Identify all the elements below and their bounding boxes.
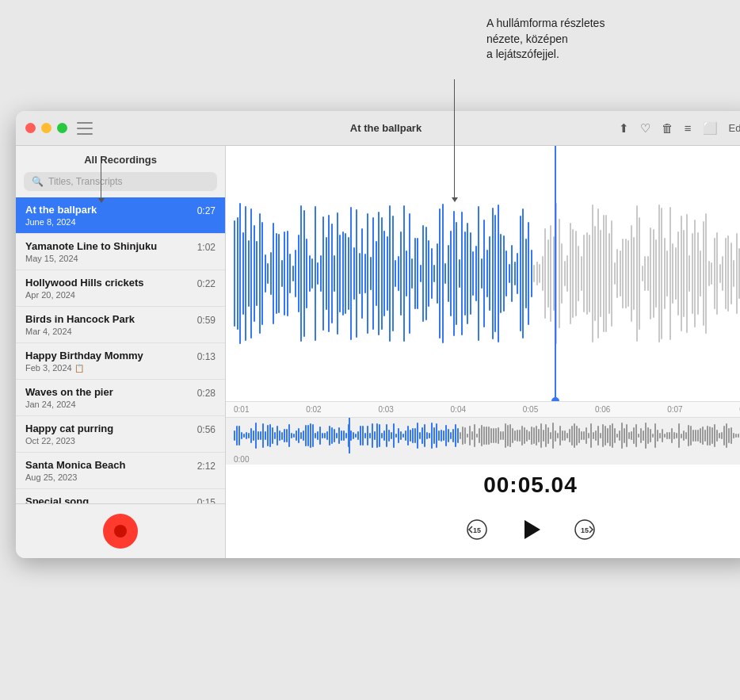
waveform-bar	[284, 231, 285, 316]
waveform-bar	[442, 204, 444, 344]
overview-bar	[267, 425, 269, 447]
svg-text:15: 15	[472, 526, 480, 534]
overview-bar	[291, 433, 292, 438]
waveform-bar	[498, 205, 499, 342]
record-button[interactable]	[103, 514, 138, 549]
overview-bar	[241, 432, 242, 439]
overview-bar	[714, 424, 715, 448]
overview-bar	[260, 431, 261, 439]
waveform-bar	[525, 239, 527, 308]
overview-bar	[635, 424, 637, 447]
overview-bar	[709, 427, 711, 446]
waveform-bar	[389, 205, 391, 342]
waveform-bar	[278, 234, 280, 313]
search-bar[interactable]: 🔍 Titles, Transcripts	[24, 172, 217, 191]
overview-bar	[493, 428, 494, 443]
heart-icon[interactable]: ♡	[640, 121, 650, 136]
close-button[interactable]	[25, 123, 36, 133]
overview-bar	[531, 427, 532, 445]
recording-item[interactable]: At the ballparkJune 8, 20240:27	[16, 197, 225, 234]
overview-bar	[452, 429, 454, 442]
overview-bar	[236, 426, 238, 446]
overview-bar	[628, 432, 630, 438]
edit-button[interactable]: Edit	[729, 122, 740, 134]
recording-title: Birds in Hancock Park	[25, 313, 135, 325]
recording-item[interactable]: Special songAug 25, 2023 📋0:15	[16, 489, 225, 503]
overview-bar	[595, 430, 597, 441]
title-bar: At the ballpark ⬆ ♡ 🗑 ≡ ⬜ Edit	[16, 111, 740, 146]
recording-item[interactable]: Birds in Hancock ParkMar 4, 20240:59	[16, 307, 225, 343]
overview-bar	[647, 427, 649, 444]
share-icon[interactable]: ⬆	[619, 121, 629, 136]
waveform-bar	[431, 248, 433, 299]
waveform-bar	[494, 215, 496, 333]
overview-bar	[400, 431, 402, 440]
waveform-bar	[633, 237, 635, 310]
recording-title: Waves on the pier	[25, 386, 113, 398]
overview-bar	[277, 426, 278, 445]
overview-bar	[445, 425, 447, 446]
waveform-bar	[254, 225, 255, 321]
waveform-bar	[661, 208, 662, 340]
waveform-bar	[437, 243, 438, 303]
waveform-detail[interactable]	[226, 146, 740, 401]
waveform-bar	[420, 265, 421, 283]
overview-bar	[716, 430, 718, 442]
time-mark: 0:01	[234, 405, 249, 414]
overview-bar	[602, 424, 604, 448]
minimize-button[interactable]	[41, 123, 51, 133]
waveform-bar	[600, 230, 601, 317]
recording-duration: 0:27	[197, 205, 216, 216]
settings-icon[interactable]: ≡	[685, 121, 692, 135]
skip-forward-button[interactable]: 15	[570, 515, 599, 544]
waveform-bar	[414, 238, 416, 308]
annotation-top-right: A hullámforma részletes nézete, középen …	[486, 16, 708, 63]
recording-item[interactable]: Happy cat purringOct 22, 20230:56	[16, 416, 225, 453]
recording-title: Special song	[25, 495, 90, 503]
overview-bar	[669, 432, 670, 439]
trash-icon[interactable]: 🗑	[662, 121, 673, 135]
waveform-bar	[547, 239, 549, 307]
overview-bar	[426, 432, 428, 439]
overview-bar	[676, 433, 677, 439]
overview-bar	[645, 423, 647, 449]
overview-bar	[255, 423, 257, 448]
waveform-bar	[586, 232, 588, 314]
recording-duration: 0:13	[197, 351, 216, 362]
skip-back-button[interactable]: 15	[463, 515, 491, 544]
waveform-bar	[339, 235, 341, 312]
recording-item[interactable]: Santa Monica BeachAug 25, 20232:12	[16, 453, 225, 489]
overview-bar	[286, 429, 288, 442]
recording-item[interactable]: Happy Birthday MommyFeb 3, 2024 📋0:13	[16, 343, 225, 380]
overview-bar	[526, 430, 528, 441]
overview-bar	[498, 427, 499, 445]
overview-bar	[381, 433, 383, 438]
recording-item[interactable]: Yamanote Line to ShinjukuMay 15, 20241:0…	[16, 234, 225, 270]
overview-bar	[362, 426, 364, 446]
overview-bar	[590, 423, 592, 447]
waveform-bar	[383, 231, 385, 316]
maximize-button[interactable]	[57, 123, 67, 133]
recording-duration: 0:59	[197, 315, 216, 326]
waveform-overview[interactable]: 0:00 0:27	[226, 417, 740, 465]
time-mark: 0:03	[378, 405, 393, 414]
search-placeholder: Titles, Transcripts	[48, 176, 123, 187]
recording-item[interactable]: Hollywood Hills cricketsApr 20, 20240:22	[16, 270, 225, 307]
play-button[interactable]	[515, 514, 547, 545]
sidebar-toggle[interactable]	[77, 122, 93, 135]
overview-bar	[253, 430, 254, 441]
waveform-bar	[337, 212, 338, 335]
waveform-bar	[592, 205, 593, 343]
waveform-bar	[392, 216, 394, 331]
transcript-icon[interactable]: ⬜	[703, 121, 718, 136]
recording-item[interactable]: Waves on the pierJan 24, 20240:28	[16, 380, 225, 416]
waveform-bar	[605, 215, 607, 332]
overview-bar	[697, 430, 699, 442]
overview-time: 0:00 0:27	[226, 453, 740, 464]
waveform-bar	[511, 245, 513, 301]
overview-waveform-bars	[226, 418, 740, 453]
recording-date: Oct 22, 2023	[25, 436, 113, 446]
overview-bar	[383, 430, 385, 440]
recording-date: Mar 4, 2024	[25, 327, 135, 336]
waveform-bar	[594, 226, 596, 322]
